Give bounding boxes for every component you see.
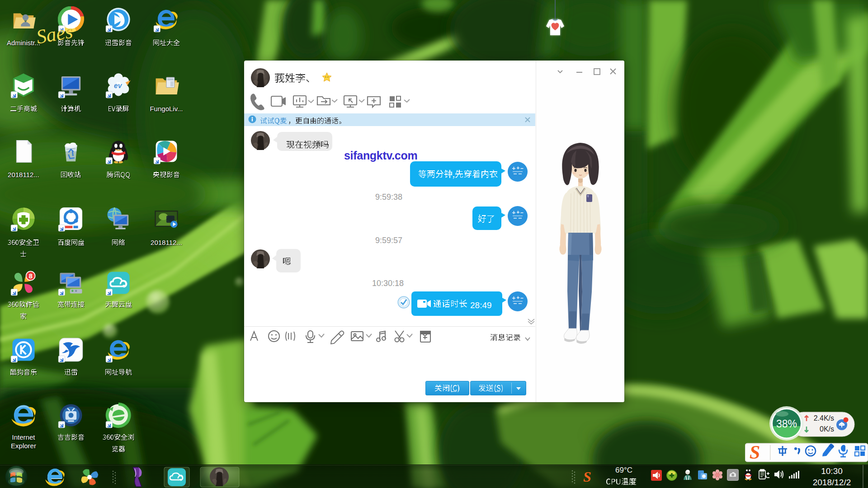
svg-text:S: S — [583, 469, 591, 485]
svg-text:S: S — [750, 442, 760, 463]
svg-text:ev: ev — [114, 82, 123, 89]
svg-text:2.4K/s: 2.4K/s — [814, 414, 834, 422]
svg-text:38%: 38% — [776, 418, 797, 430]
svg-text:0K/s: 0K/s — [820, 425, 834, 433]
svg-text:8: 8 — [29, 272, 33, 280]
